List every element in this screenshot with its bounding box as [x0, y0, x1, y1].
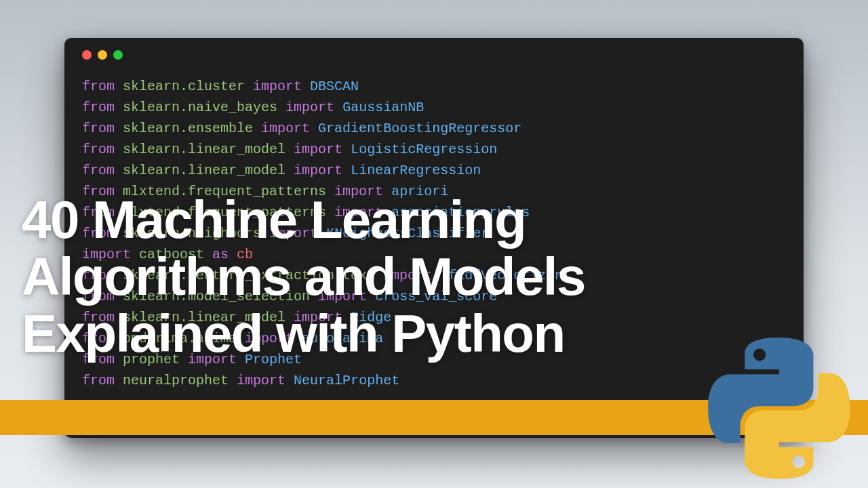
window-controls	[82, 50, 786, 60]
python-logo-icon	[708, 338, 850, 480]
page-title: 40 Machine LearningAlgorithms and Models…	[22, 191, 585, 363]
close-icon[interactable]	[82, 50, 92, 60]
minimize-icon[interactable]	[98, 50, 107, 60]
maximize-icon[interactable]	[113, 50, 123, 60]
